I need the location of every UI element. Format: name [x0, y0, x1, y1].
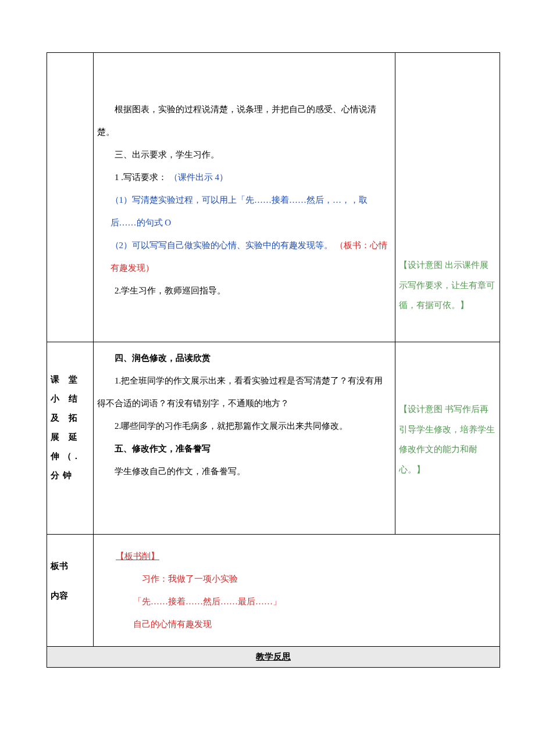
row2-h1: 四、润色修改，品读欣赏: [97, 347, 391, 370]
row2-p2: 2.哪些同学的习作毛病多，就把那篇作文展示出来共同修改。: [97, 415, 391, 438]
row1-design-intent: 【设计意图 出示课件展示写作要求，让生有章可循，有据可依。】: [395, 53, 500, 342]
row3-side-a: 板书: [51, 557, 90, 576]
board-l1: 习作：我做了一项小实验: [116, 568, 496, 590]
row1-p6: 2.学生习作，教师巡回指导。: [97, 280, 391, 302]
row2-p3: 学生修改自己的作文，准备誊写。: [97, 460, 391, 483]
row3-side-b: 内容: [51, 586, 90, 605]
row2-content: 四、润色修改，品读欣赏 1.把全班同学的作文展示出来，看看实验过程是否写清楚了？…: [94, 342, 395, 535]
row2-green-label: 【设计意图: [399, 404, 443, 414]
row2-side: 课 堂 小 结 及 拓 展 延 伸（. 分钟: [47, 342, 94, 535]
row2-p1: 1.把全班同学的作文展示出来，看看实验过程是否写清楚了？有没有用得不合适的词语？…: [97, 370, 391, 415]
row1-content: 根据图表，实验的过程说清楚，说条理，并把自己的感受、心情说清楚。 三、出示要求，…: [94, 53, 395, 342]
reflection-heading: 教学反思: [47, 647, 500, 668]
board-l3: 自己的心情有趣发现: [116, 613, 496, 636]
board-label: 【板书削】: [116, 551, 159, 561]
row1-side-empty: [47, 53, 94, 342]
row1-p3: 1 .写话要求： （课件出示 4）: [97, 166, 391, 189]
row2-side-c: 伸（.: [51, 447, 90, 466]
row1-green-label: 【设计意图: [399, 260, 443, 270]
row1-p5-red-a: （板书：: [335, 241, 370, 250]
row2-design-intent: 【设计意图 书写作后再引导学生修改，培养学生修改作文的能力和耐心。】: [395, 342, 500, 535]
board-l2: 「先……接着……然后……最后……」: [116, 590, 496, 613]
row2-side-a: 课 堂 小 结: [51, 370, 90, 409]
row1-p5-blue: （2）可以写写自己做实验的心情、实验中的有趣发现等。: [110, 241, 333, 250]
row1-p3-plain: 1 .写话要求：: [115, 173, 167, 182]
row1-p5: （2）可以写写自己做实验的心情、实验中的有趣发现等。 （板书：心情有趣发现）: [97, 234, 391, 280]
row2-side-b: 及 拓 展 延: [51, 409, 90, 447]
row2-green-rest: 书写作后再引导学生修改，培养学生修改作文的能力和耐心。】: [399, 404, 495, 474]
row1-p2: 三、出示要求，学生习作。: [97, 144, 391, 166]
row1-p1: 根据图表，实验的过程说清楚，说条理，并把自己的感受、心情说清楚。: [97, 98, 391, 144]
row1-p4: （1）写清楚实验过程，可以用上「先……接着……然后，…，，取后……的句式 O: [97, 189, 391, 234]
row3-content: 【板书削】 习作：我做了一项小实验 「先……接着……然后……最后……」 自己的心…: [94, 535, 500, 647]
row3-side: 板书 内容: [47, 535, 94, 647]
row1-p3-blue: （课件出示 4）: [169, 173, 228, 182]
row2-side-d: 分钟: [51, 466, 90, 485]
row2-h2: 五、修改作文，准备誊写: [97, 438, 391, 460]
